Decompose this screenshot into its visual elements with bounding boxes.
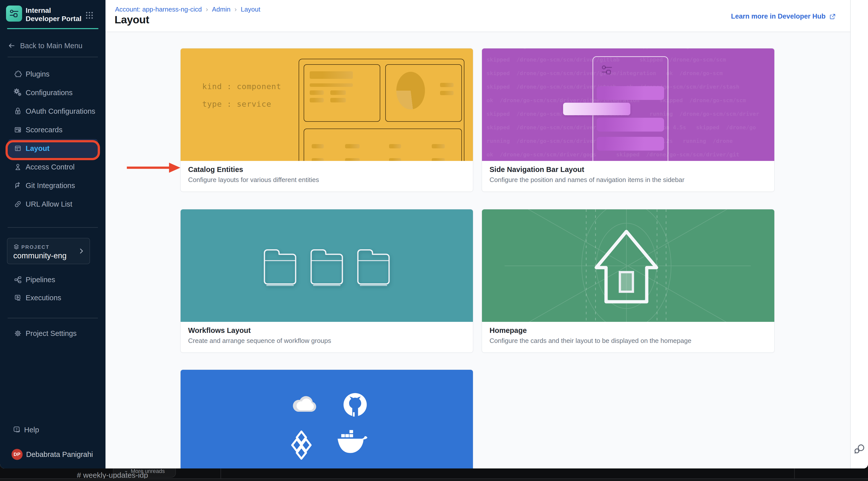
sidebar-item-label: Access Control [26, 163, 74, 171]
pipelines-icon [13, 275, 23, 284]
breadcrumb-layout[interactable]: Layout [241, 5, 260, 13]
sidebar-item-label: Layout [26, 145, 50, 153]
project-label: PROJECT [21, 244, 50, 250]
avatar: DP [11, 449, 23, 460]
card-description: Create and arrange sequence of workflow … [188, 337, 331, 345]
user-menu[interactable]: DP Debabrata Panigrahi [0, 447, 105, 461]
lock-icon [13, 106, 23, 116]
page-header: Account: app-harness-ng-cicd › Admin › L… [105, 0, 850, 32]
sidebar-item-plugins[interactable]: Plugins [0, 65, 105, 83]
sidebar-item-git-integrations[interactable]: Git Integrations [0, 176, 105, 195]
background-divider [794, 469, 795, 479]
folder-icon [305, 245, 348, 286]
screen: ⌄ More unreads # weekly-updates-idp Inte… [0, 0, 868, 481]
chevron-separator-icon: › [206, 5, 208, 13]
sidebar-item-executions[interactable]: Executions [0, 289, 105, 307]
chevron-right-icon [78, 247, 85, 256]
nav-item-bar-dragged [563, 103, 630, 115]
nav-item-bar [597, 86, 664, 100]
app-grid-icon[interactable] [85, 11, 94, 21]
card-catalog-entities[interactable]: kind : component type : service [180, 48, 473, 192]
sliders-logo-icon [8, 8, 20, 19]
chat-bubbles-icon[interactable] [853, 442, 866, 456]
card-title: Homepage [490, 326, 527, 334]
github-icon [342, 392, 368, 418]
nav-item-bar [597, 137, 664, 151]
background-bottom-bar [0, 479, 868, 481]
integrations-illustration [181, 370, 473, 469]
sidebar-item-project-settings[interactable]: Project Settings [0, 324, 105, 343]
gears-icon [13, 88, 23, 97]
sidebar-item-help[interactable]: ? Help [0, 422, 105, 438]
external-link-icon [829, 13, 836, 20]
sidebar-nav-settings: Project Settings [0, 324, 105, 343]
sidebar-item-pipelines[interactable]: Pipelines [0, 270, 105, 289]
sidebar-item-configurations[interactable]: Configurations [0, 83, 105, 102]
sidebar-item-label: Git Integrations [26, 182, 75, 190]
sidebar-item-layout[interactable]: Layout [8, 139, 98, 158]
sidebar-item-oauth-configurations[interactable]: OAuth Configurations [0, 102, 105, 121]
back-to-main-menu[interactable]: Back to Main Menu [7, 39, 97, 52]
arrow-left-icon [7, 41, 16, 50]
project-selector[interactable]: PROJECT community-eng [7, 238, 90, 264]
background-channel-label: # weekly-updates-idp [77, 471, 148, 480]
sidebar-item-label: Scorecards [26, 126, 63, 134]
sidebar: Internal Developer Portal Back to Main M… [0, 0, 105, 469]
homepage-illustration [482, 210, 774, 322]
sidebar-item-scorecards[interactable]: Scorecards [0, 121, 105, 139]
learn-more-link[interactable]: Learn more in Developer Hub [731, 12, 836, 20]
scorecard-icon [13, 125, 23, 134]
diamond-lattice-icon [289, 429, 313, 461]
card-description: Configure the position and names of navi… [490, 176, 684, 184]
card-title: Workflows Layout [188, 326, 251, 334]
side-nav-illustration: ok /drone/go-scm/scm/driver/bitbucket sk… [482, 49, 774, 161]
sidebar-divider [7, 318, 98, 318]
puzzle-icon [13, 69, 23, 79]
card-description: Configure the cards and their layout to … [490, 337, 691, 345]
card-workflows-layout[interactable]: Workflows Layout Create and arrange sequ… [180, 209, 473, 353]
blueprint-guides [504, 210, 751, 322]
sidebar-divider [7, 57, 98, 57]
sidebar-item-label: URL Allow List [26, 200, 72, 209]
chevron-separator-icon: › [235, 5, 237, 13]
sidebar-accent-rule [7, 28, 98, 29]
sidebar-item-label: Pipelines [26, 276, 55, 284]
right-rail [850, 0, 868, 469]
background-divider [220, 469, 221, 479]
card-description: Configure layouts for various different … [188, 176, 319, 184]
sidebar-item-access-control[interactable]: Access Control [0, 158, 105, 176]
catalog-code-snippet: kind : component type : service [202, 77, 281, 113]
breadcrumb: Account: app-harness-ng-cicd › Admin › L… [115, 5, 260, 13]
pie-chart-sketch [396, 72, 425, 109]
sidebar-item-label: Executions [26, 294, 61, 302]
card-integrations[interactable] [180, 370, 473, 469]
layout-icon [13, 143, 23, 153]
breadcrumb-admin[interactable]: Admin [212, 5, 230, 13]
folder-icon [259, 245, 301, 286]
workflows-illustration [181, 210, 473, 322]
breadcrumb-account[interactable]: Account: app-harness-ng-cicd [115, 5, 202, 13]
app-window: Internal Developer Portal Back to Main M… [0, 0, 868, 469]
google-cloud-icon [289, 392, 319, 415]
card-homepage[interactable]: Homepage Configure the cards and their l… [482, 209, 775, 353]
catalog-entities-illustration: kind : component type : service [181, 49, 473, 161]
svg-text:?: ? [16, 428, 18, 431]
folder-icon [352, 245, 395, 286]
app-logo[interactable] [6, 5, 22, 22]
sidebar-item-label: Configurations [26, 89, 72, 97]
executions-icon [13, 293, 23, 302]
person-icon [13, 162, 23, 172]
card-side-navigation-bar-layout[interactable]: ok /drone/go-scm/scm/driver/bitbucket sk… [482, 48, 775, 192]
link-icon [13, 199, 23, 209]
back-label: Back to Main Menu [20, 42, 82, 50]
sidebar-divider [7, 227, 98, 228]
docker-icon [336, 429, 368, 456]
sidebar-item-label: Project Settings [26, 329, 76, 338]
sidebar-item-url-allow-list[interactable]: URL Allow List [0, 195, 105, 214]
user-name: Debabrata Panigrahi [26, 450, 93, 459]
sidebar-nav: Plugins [0, 65, 105, 214]
layout-cards-area: kind : component type : service [105, 32, 850, 469]
learn-more-label: Learn more in Developer Hub [731, 12, 826, 20]
gear-icon [13, 329, 23, 338]
nav-item-bar [597, 118, 664, 132]
